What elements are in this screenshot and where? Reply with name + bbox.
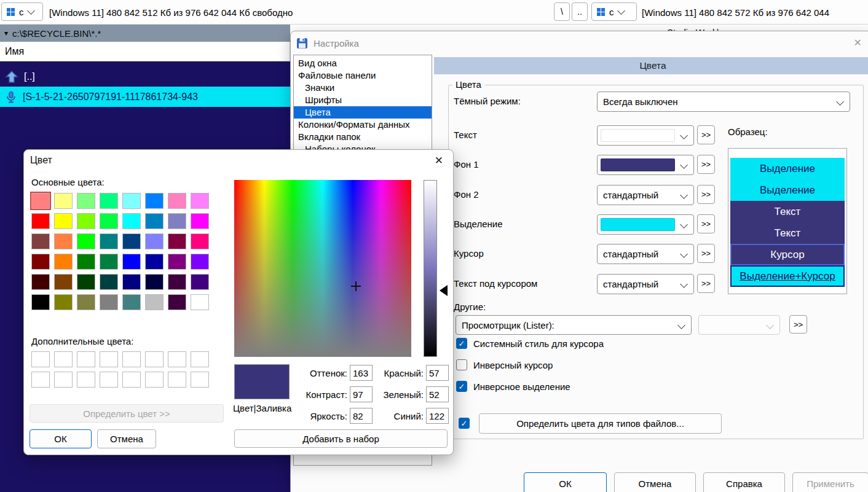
color-ok-button[interactable]: ОК (30, 429, 92, 448)
color-swatch[interactable] (145, 274, 164, 290)
color-swatch[interactable] (100, 193, 118, 209)
color-swatch[interactable] (77, 254, 95, 270)
close-icon[interactable]: ✕ (854, 37, 862, 49)
color-swatch[interactable] (168, 351, 186, 367)
color-swatch[interactable] (168, 213, 186, 229)
checkbox[interactable] (456, 359, 467, 370)
color-swatch[interactable] (54, 274, 73, 290)
define-custom-color-button[interactable]: Определить цвет >> (30, 404, 224, 423)
color-swatch[interactable] (191, 213, 209, 229)
color-swatch[interactable] (168, 294, 186, 310)
bg2-more-button[interactable]: >> (697, 185, 715, 204)
color-swatch[interactable] (31, 193, 50, 209)
red-input[interactable]: 57 (426, 365, 449, 381)
path-dropdown-icon[interactable]: ▾ (4, 29, 8, 37)
color-cancel-button[interactable]: Отмена (97, 429, 156, 448)
settings-nav-item[interactable]: Файловые панели (294, 69, 432, 82)
text-color-more-button[interactable]: >> (697, 125, 715, 144)
color-swatch[interactable] (54, 372, 73, 388)
color-swatch[interactable] (54, 254, 73, 270)
settings-apply-button[interactable]: Применить (792, 472, 868, 492)
blue-input[interactable]: 122 (426, 408, 449, 424)
settings-nav-item[interactable]: Шрифты (294, 94, 432, 106)
others-more-button[interactable]: >> (789, 315, 807, 334)
file-row-up[interactable]: [..] (0, 66, 290, 87)
color-swatch[interactable] (100, 274, 118, 290)
parent-dir-button[interactable]: .. (572, 2, 588, 21)
color-swatch[interactable] (77, 372, 95, 388)
color-swatch[interactable] (122, 294, 141, 310)
color-swatch[interactable] (54, 213, 73, 229)
checkbox[interactable]: ✓ (456, 381, 467, 392)
color-swatch[interactable] (145, 372, 164, 388)
color-swatch[interactable] (191, 233, 209, 249)
color-swatch[interactable] (191, 372, 209, 388)
color-swatch[interactable] (168, 233, 186, 249)
color-swatch[interactable] (31, 274, 50, 290)
checkbox-row[interactable]: Инверсный курсор (456, 359, 714, 371)
others-color-combo[interactable] (698, 315, 780, 335)
color-swatch[interactable] (54, 351, 73, 367)
file-row-selected[interactable]: [S-1-5-21-2650797191-1117861734-943 (0, 87, 290, 107)
bg1-combo[interactable] (597, 155, 694, 175)
color-swatch[interactable] (145, 233, 164, 249)
settings-nav-item[interactable]: Цвета (294, 106, 432, 119)
color-swatch[interactable] (168, 193, 186, 209)
cursor-more-button[interactable]: >> (697, 244, 715, 263)
color-swatch[interactable] (191, 274, 209, 290)
settings-help-button[interactable]: Справка (703, 472, 785, 492)
color-swatch[interactable] (168, 274, 186, 290)
color-swatch[interactable] (122, 193, 141, 209)
color-swatch[interactable] (145, 213, 164, 229)
color-swatch[interactable] (145, 254, 164, 270)
color-swatch[interactable] (191, 193, 209, 209)
color-swatch[interactable] (77, 213, 95, 229)
settings-cancel-button[interactable]: Отмена (614, 472, 696, 492)
color-swatch[interactable] (77, 351, 95, 367)
define-filetype-colors-button[interactable]: Определить цвета для типов файлов... (479, 413, 722, 434)
settings-ok-button[interactable]: ОК (524, 472, 607, 492)
color-swatch[interactable] (122, 372, 141, 388)
hue-saturation-field[interactable] (234, 180, 411, 357)
settings-nav-item[interactable]: Колонки/Форматы данных (294, 119, 432, 131)
color-swatch[interactable] (100, 372, 118, 388)
selection-combo[interactable] (597, 214, 694, 235)
dark-mode-combo[interactable]: Всегда выключен (597, 92, 850, 112)
color-swatch[interactable] (122, 233, 141, 249)
left-path-bar[interactable]: ▾ c:\$RECYCLE.BIN\*.* (0, 25, 290, 42)
root-dir-button[interactable]: \ (554, 2, 570, 21)
color-swatch[interactable] (168, 372, 186, 388)
color-swatch[interactable] (100, 213, 118, 229)
color-swatch[interactable] (31, 254, 50, 270)
cursor-combo[interactable]: стандартный (597, 244, 694, 264)
settings-nav-item[interactable]: Вкладки папок (294, 131, 432, 143)
add-to-custom-button[interactable]: Добавить в набор (234, 429, 448, 448)
color-swatch[interactable] (122, 351, 141, 367)
text-under-cursor-more-button[interactable]: >> (697, 274, 715, 293)
settings-nav-item[interactable]: Вид окна (294, 57, 432, 69)
color-swatch[interactable] (31, 213, 50, 229)
color-swatch[interactable] (122, 213, 141, 229)
color-swatch[interactable] (54, 294, 73, 310)
color-swatch[interactable] (168, 254, 186, 270)
color-swatch[interactable] (191, 294, 209, 310)
color-swatch[interactable] (77, 193, 95, 209)
color-swatch[interactable] (122, 274, 141, 290)
checkbox[interactable]: ✓ (456, 338, 467, 349)
settings-nav-item[interactable]: Значки (294, 82, 432, 94)
selection-more-button[interactable]: >> (697, 214, 715, 233)
color-swatch[interactable] (100, 294, 118, 310)
color-swatch[interactable] (191, 254, 209, 270)
others-combo[interactable]: Просмотрщик (Lister): (456, 315, 692, 335)
color-swatch[interactable] (145, 294, 164, 310)
color-swatch[interactable] (145, 193, 164, 209)
color-swatch[interactable] (31, 294, 50, 310)
color-swatch[interactable] (100, 254, 118, 270)
bg1-more-button[interactable]: >> (697, 155, 715, 174)
name-column-header[interactable]: Имя (0, 42, 290, 61)
left-drive-selector[interactable]: c (1, 2, 43, 21)
color-swatch[interactable] (54, 193, 73, 209)
text-color-combo[interactable] (597, 125, 694, 146)
color-swatch[interactable] (77, 274, 95, 290)
color-swatch[interactable] (31, 372, 50, 388)
